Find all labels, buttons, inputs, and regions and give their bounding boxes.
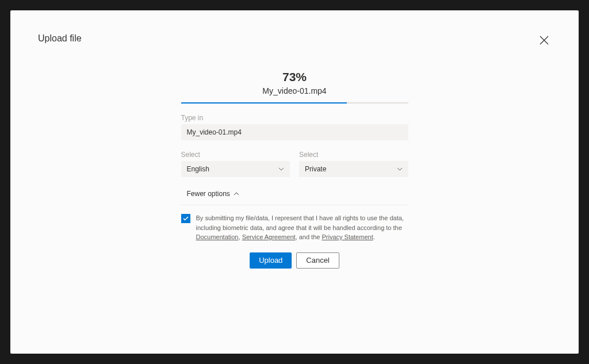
privacy-value: Private: [305, 165, 326, 173]
language-label: Select: [181, 151, 290, 159]
progress-bar: [181, 102, 408, 104]
progress-filename: My_video-01.mp4: [181, 86, 408, 95]
filename-label: Type in: [181, 114, 408, 122]
filename-field-group: Type in: [181, 114, 408, 140]
fewer-options-toggle[interactable]: Fewer options: [187, 190, 239, 198]
service-agreement-link[interactable]: Service Agreement: [242, 233, 296, 240]
dialog-title: Upload file: [38, 33, 551, 44]
consent-checkbox[interactable]: [181, 214, 190, 223]
language-field-group: Select English: [181, 151, 290, 177]
language-value: English: [187, 165, 209, 173]
privacy-label: Select: [299, 151, 408, 159]
upload-button[interactable]: Upload: [250, 252, 292, 269]
cancel-button[interactable]: Cancel: [296, 252, 339, 269]
privacy-statement-link[interactable]: Privacy Statement: [322, 233, 373, 240]
progress-fill: [181, 102, 347, 104]
close-icon: [540, 36, 549, 45]
consent-row: By submitting my file/data, I represent …: [181, 213, 408, 242]
consent-suffix: .: [373, 233, 375, 240]
consent-text: By submitting my file/data, I represent …: [196, 213, 408, 242]
filename-input[interactable]: [181, 124, 408, 140]
documentation-link[interactable]: Documentation: [196, 233, 239, 240]
consent-sep2: , and the: [296, 233, 322, 240]
privacy-field-group: Select Private: [299, 151, 408, 177]
chevron-down-icon: [278, 166, 284, 172]
progress-percent: 73%: [181, 70, 408, 84]
chevron-down-icon: [397, 166, 403, 172]
upload-dialog: Upload file 73% My_video-01.mp4 Type in …: [10, 10, 579, 354]
fewer-options-label: Fewer options: [187, 190, 230, 198]
checkmark-icon: [183, 216, 189, 221]
consent-text-prefix: By submitting my file/data, I represent …: [196, 214, 404, 231]
close-button[interactable]: [537, 33, 551, 47]
divider: [181, 205, 408, 205]
upload-content: 73% My_video-01.mp4 Type in Select Engli…: [181, 70, 408, 269]
privacy-select[interactable]: Private: [299, 161, 408, 177]
language-select[interactable]: English: [181, 161, 290, 177]
action-row: Upload Cancel: [181, 252, 408, 269]
chevron-up-icon: [234, 191, 239, 197]
